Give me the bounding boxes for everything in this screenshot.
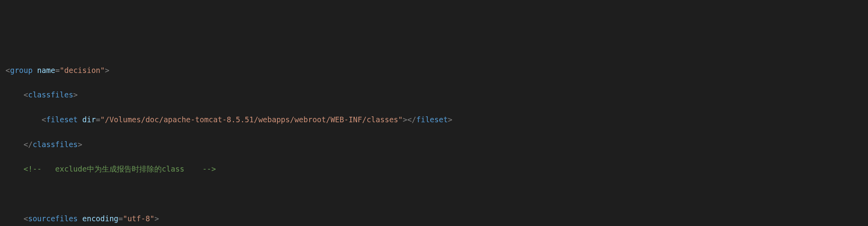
- code-line: <group name="decision">: [0, 64, 868, 77]
- comment-open: <!--: [24, 164, 42, 173]
- code-line: <fileset dir="/Volumes/doc/apache-tomcat…: [0, 114, 868, 126]
- code-line: <classfiles>: [0, 89, 868, 101]
- code-line: <sourcefiles encoding="utf-8">: [0, 213, 868, 225]
- attr-name: name: [37, 66, 55, 75]
- attr-dir: dir: [82, 115, 96, 124]
- attr-value: "decision": [60, 66, 105, 75]
- encoding-value: "utf-8": [123, 214, 154, 223]
- tag-group: group: [10, 66, 32, 75]
- dir-value: "/Volumes/doc/apache-tomcat-8.5.51/webap…: [100, 115, 402, 124]
- code-line: <!-- exclude中为生成报告时排除的class -->: [0, 163, 868, 175]
- comment-close: -->: [202, 164, 216, 173]
- comment-text: exclude中为生成报告时排除的class: [42, 164, 202, 173]
- tag-fileset: fileset: [46, 115, 78, 124]
- tag-sourcefiles: sourcefiles: [28, 214, 78, 223]
- code-line: </classfiles>: [0, 138, 868, 151]
- attr-encoding: encoding: [82, 214, 119, 223]
- code-line: [0, 188, 868, 200]
- code-editor[interactable]: <group name="decision"> <classfiles> <fi…: [0, 52, 868, 226]
- tag-classfiles: classfiles: [28, 90, 73, 99]
